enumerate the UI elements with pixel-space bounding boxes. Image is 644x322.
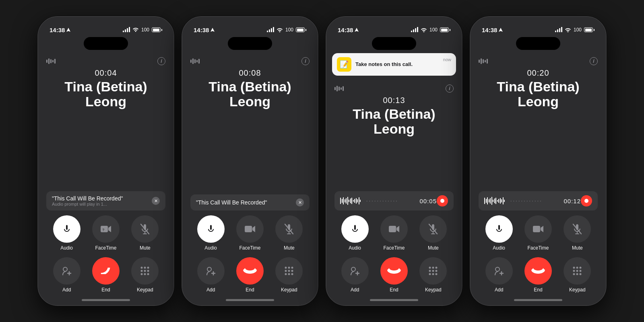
audio-btn-4[interactable]: Audio [483,215,515,251]
button-grid-3: Audio FaceTime [334,215,454,293]
info-icon-2[interactable]: i [301,57,310,65]
phone-frame-3: 14:38 100 [326,16,462,306]
home-indicator-4 [514,299,562,301]
call-name-4: Tina (Betina) Leong [479,79,598,109]
call-name-1: Tina (Betina) Leong [46,79,165,109]
keypad-btn-1[interactable]: Keypad [129,257,161,293]
end-btn-4[interactable]: End [522,257,554,293]
info-icon-1[interactable]: i [157,57,165,65]
notification-banner-3[interactable]: 📝 Take notes on this call. now [332,53,456,76]
home-indicator-1 [82,299,130,301]
battery-icon-1 [152,27,162,32]
facetime-btn-1[interactable]: ? FaceTime [89,215,122,251]
svg-marker-31 [355,28,359,32]
status-time-3: 14:38 [338,27,359,33]
svg-point-37 [429,267,431,269]
svg-rect-47 [533,226,540,232]
button-grid-2: Audio FaceTime [190,215,310,293]
svg-point-13 [141,273,143,275]
call-notice-2: "This Call Will Be Recorded" ✕ [190,194,310,211]
call-timer-4: 00:20 [479,68,598,78]
svg-point-39 [436,267,438,269]
phone-frame-1: 14:38 100 [37,16,174,306]
keypad-btn-4[interactable]: Keypad [561,257,594,293]
end-btn-3[interactable]: End [378,257,410,293]
facetime-btn-3[interactable]: FaceTime [378,215,410,251]
phone-2: 14:38 100 [182,16,318,306]
add-btn-1[interactable]: Add [50,257,83,293]
recording-banner-3: · · · · · · · · · · · · 00:05 [334,191,454,211]
end-btn-1[interactable]: End [89,257,122,293]
svg-point-12 [147,270,149,272]
home-indicator-3 [370,299,418,301]
keypad-btn-3[interactable]: Keypad [417,257,450,293]
svg-point-44 [432,273,434,275]
svg-point-54 [580,267,582,269]
wifi-icon-2 [277,27,283,32]
phone-1: 14:38 100 [37,16,174,306]
add-btn-4[interactable]: Add [483,257,515,293]
dynamic-island-4 [516,37,560,50]
status-right-3: 100 [411,27,450,33]
phone-frame-4: 14:38 100 [470,16,607,306]
audio-btn-3[interactable]: Audio [339,215,371,251]
recording-banner-4: · · · · · · · · · · · · 00:12 [479,191,598,211]
status-bar-3: 14:38 100 [326,17,462,37]
call-content-4: i 00:20 Tina (Betina) Leong [471,53,606,299]
status-time-4: 14:38 [482,27,503,33]
status-bar-4: 14:38 100 [471,17,606,37]
info-icon-3[interactable]: i [446,85,454,93]
svg-point-30 [291,273,293,275]
info-icon-4[interactable]: i [590,57,598,65]
wifi-icon-4 [565,27,571,32]
svg-marker-46 [499,28,503,32]
facetime-btn-4[interactable]: FaceTime [522,215,554,251]
mute-btn-3[interactable]: Mute [417,215,450,251]
status-time-2: 14:38 [194,27,215,33]
audio-btn-1[interactable]: Audio [50,215,83,251]
call-name-3: Tina (Betina) Leong [334,107,454,137]
svg-point-51 [495,267,500,271]
call-timer-3: 00:13 [334,96,454,105]
svg-point-55 [573,270,575,272]
add-btn-3[interactable]: Add [339,257,371,293]
notes-icon-3: 📝 [337,57,351,72]
svg-rect-32 [389,226,396,232]
svg-point-58 [573,273,575,275]
svg-point-40 [429,270,431,272]
svg-point-7 [141,267,143,269]
svg-point-25 [285,270,287,272]
svg-point-41 [432,270,434,272]
call-content-3: i 00:13 Tina (Betina) Leong [326,80,462,299]
svg-point-38 [432,267,434,269]
wifi-icon-3 [421,27,427,32]
call-top-1: i [46,57,165,65]
add-btn-2[interactable]: Add [194,257,227,293]
battery-icon-3 [440,27,450,32]
end-btn-2[interactable]: End [233,257,266,293]
button-grid-4: Audio FaceTime [479,215,598,293]
close-notice-1[interactable]: ✕ [152,197,160,205]
keypad-btn-2[interactable]: Keypad [273,257,305,293]
mute-btn-4[interactable]: Mute [561,215,594,251]
audio-btn-2[interactable]: Audio [194,215,227,251]
mute-btn-2[interactable]: Mute [273,215,305,251]
mute-btn-1[interactable]: Mute [129,215,161,251]
svg-point-23 [288,267,290,269]
dynamic-island-1 [84,37,128,50]
signal-bars-1 [123,27,130,32]
svg-point-42 [436,270,438,272]
status-bar-2: 14:38 100 [182,17,318,37]
svg-point-6 [63,267,67,271]
svg-marker-16 [211,28,215,32]
facetime-btn-2[interactable]: FaceTime [233,215,266,251]
phone-3: 14:38 100 [326,16,462,306]
close-notice-2[interactable]: ✕ [296,198,304,206]
svg-point-59 [576,273,578,275]
svg-point-11 [144,270,146,272]
phone-screen-1: 14:38 100 [38,17,173,305]
call-name-2: Tina (Betina) Leong [190,79,310,109]
svg-point-21 [207,267,211,271]
status-right-1: 100 [123,27,162,33]
call-notice-1: "This Call Will Be Recorded" Audio promp… [46,191,165,211]
